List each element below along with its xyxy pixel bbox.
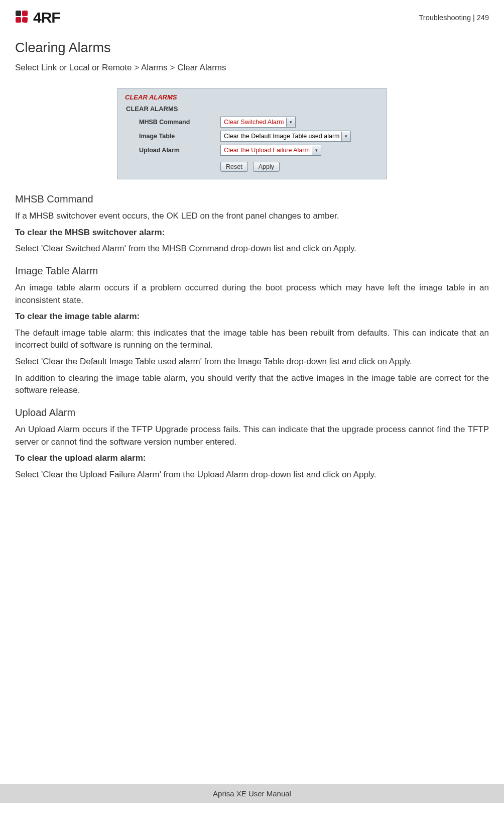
- para: The default image table alarm: this indi…: [15, 327, 489, 352]
- label-upload-alarm: Upload Alarm: [125, 147, 220, 154]
- para: Select 'Clear the Default Image Table us…: [15, 356, 489, 368]
- para: To clear the MHSB switchover alarm:: [15, 227, 489, 239]
- reset-button[interactable]: Reset: [220, 162, 248, 172]
- page-title: Clearing Alarms: [15, 40, 489, 56]
- label-mhsb-command: MHSB Command: [125, 119, 220, 126]
- select-value: Clear the Default Image Table used alarm: [224, 133, 339, 140]
- select-upload-alarm[interactable]: Clear the Upload Failure Alarm ▾: [220, 145, 321, 156]
- breadcrumb: Troubleshooting | 249: [419, 14, 489, 22]
- para: An image table alarm occurs if a problem…: [15, 282, 489, 306]
- para: To clear the upload alarm alarm:: [15, 452, 489, 465]
- panel-subtitle: CLEAR ALARMS: [126, 105, 381, 113]
- select-mhsb-command[interactable]: Clear Switched Alarm ▾: [220, 117, 296, 128]
- footer: Aprisa XE User Manual: [0, 784, 504, 803]
- logo: 4RF: [15, 9, 60, 26]
- logo-text: 4RF: [33, 9, 60, 26]
- para: Select 'Clear the Upload Failure Alarm' …: [15, 469, 489, 481]
- row-upload-alarm: Upload Alarm Clear the Upload Failure Al…: [125, 145, 381, 156]
- para: To clear the image table alarm:: [15, 310, 489, 323]
- chevron-down-icon: ▾: [312, 146, 321, 155]
- logo-icon: [15, 10, 30, 25]
- heading-upload-alarm: Upload Alarm: [15, 407, 489, 419]
- clear-alarms-panel: CLEAR ALARMS CLEAR ALARMS MHSB Command C…: [117, 88, 387, 179]
- heading-mhsb-command: MHSB Command: [15, 193, 489, 205]
- nav-path: Select Link or Local or Remote > Alarms …: [15, 63, 489, 73]
- row-mhsb-command: MHSB Command Clear Switched Alarm ▾: [125, 117, 381, 128]
- select-value: Clear the Upload Failure Alarm: [224, 147, 310, 154]
- apply-button[interactable]: Apply: [253, 162, 280, 172]
- para: If a MHSB switchover event occurs, the O…: [15, 210, 489, 223]
- para: Select 'Clear Switched Alarm' from the M…: [15, 243, 489, 255]
- select-value: Clear Switched Alarm: [224, 119, 284, 126]
- para: In addition to clearing the image table …: [15, 372, 489, 397]
- select-image-table[interactable]: Clear the Default Image Table used alarm…: [220, 131, 351, 142]
- row-image-table: Image Table Clear the Default Image Tabl…: [125, 131, 381, 142]
- label-image-table: Image Table: [125, 133, 220, 140]
- chevron-down-icon: ▾: [286, 118, 295, 127]
- chevron-down-icon: ▾: [341, 132, 350, 141]
- para: An Upload Alarm occurs if the TFTP Upgra…: [15, 424, 489, 448]
- page-header: 4RF Troubleshooting | 249: [15, 9, 489, 26]
- heading-image-table-alarm: Image Table Alarm: [15, 265, 489, 277]
- panel-title: CLEAR ALARMS: [125, 93, 381, 101]
